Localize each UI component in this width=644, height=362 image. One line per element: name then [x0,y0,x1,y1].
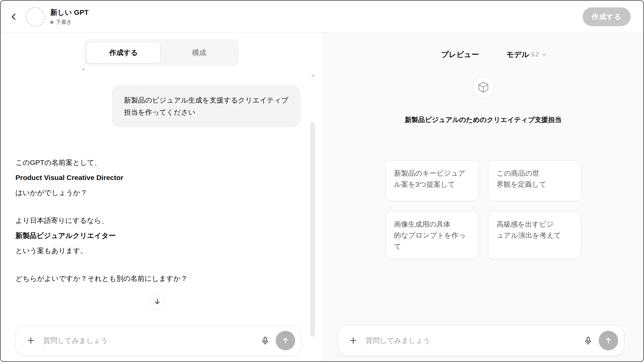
scrollbar-thumb[interactable] [310,122,315,337]
scrolled-message-fragment: 、 [82,65,91,71]
assistant-paragraph: どちらがよいですか？それとも別の名前にしますか？ [15,271,257,286]
model-label: モデル [506,50,529,60]
header: 新しい GPT 下書き 作成する [1,1,643,33]
draft-label: 下書き [56,19,72,26]
cube-icon [477,81,490,94]
arrow-up-icon [604,336,613,345]
starter-prompt-card[interactable]: この商品の世 界観を定義して [488,160,581,201]
preview-composer [338,325,624,356]
scrollbar-up-arrow[interactable] [311,73,316,77]
user-message-bubble: 新製品のビジュアル生成を支援するクリエイティブ 担当を作ってください [112,85,301,127]
builder-tabs: 作成する 構成 [84,39,239,66]
create-button[interactable]: 作成する [583,7,631,26]
builder-message-input[interactable] [43,337,259,345]
mic-button[interactable] [582,335,594,347]
mic-button[interactable] [259,335,271,347]
plus-icon [26,336,36,345]
preview-title: プレビュー [441,50,479,60]
plus-icon [348,336,358,345]
back-button[interactable] [8,11,20,23]
microphone-icon [584,336,593,345]
starter-prompt-card[interactable]: 画像生成用の具体 的なプロンプトを作って [385,211,479,259]
gpt-avatar-placeholder[interactable] [25,7,45,26]
starter-prompts: 新製品のキービジュア ル案を3つ提案して この商品の世 界観を定義して 画像生成… [385,160,581,259]
draft-status: 下書き [50,19,89,26]
assistant-paragraph: このGPTの名前案として、 Product Visual Creative Di… [15,155,257,200]
send-button[interactable] [276,331,295,350]
draft-dot-icon [50,21,53,24]
gpt-builder-window: 新しい GPT 下書き 作成する 作成する 構成 、 新製品のビジュアル生成を支… [0,0,644,362]
assistant-line-bold: 新製品ビジュアルクリエイター [15,228,257,243]
attach-button[interactable] [25,335,37,346]
gpt-description: 新製品ビジュアルのためのクリエイティブ支援担当 [323,115,643,124]
builder-composer [15,325,301,356]
starter-prompt-card[interactable]: 高級感を出すビジ ュアル演出を考えて [488,211,581,259]
builder-panel: 作成する 構成 、 新製品のビジュアル生成を支援するクリエイティブ 担当を作って… [1,33,323,361]
assistant-line: どちらがよいですか？それとも別の名前にしますか？ [15,271,257,286]
starter-prompt-card[interactable]: 新製品のキービジュア ル案を3つ提案して [385,160,479,201]
send-button[interactable] [599,331,618,350]
scroll-to-bottom-button[interactable] [150,294,165,309]
model-selector[interactable]: モデル 5.2 [506,50,547,60]
gpt-preview-avatar [473,76,494,98]
tab-configure[interactable]: 構成 [162,42,236,63]
preview-message-input[interactable] [366,337,582,345]
assistant-line: はいかがでしょうか？ [15,185,257,200]
assistant-line: という案もあります。 [15,243,257,258]
arrow-down-icon [153,298,161,306]
chevron-down-icon [541,52,547,58]
page-title: 新しい GPT [50,8,89,17]
microphone-icon [261,336,270,345]
main-area: 作成する 構成 、 新製品のビジュアル生成を支援するクリエイティブ 担当を作って… [1,33,643,361]
assistant-paragraph: より日本語寄りにするなら、 新製品ビジュアルクリエイター という案もあります。 [15,213,257,258]
assistant-line: このGPTの名前案として、 [15,155,257,170]
preview-header: プレビュー モデル 5.2 [334,50,643,60]
assistant-message: このGPTの名前案として、 Product Visual Creative Di… [15,155,257,299]
arrow-up-icon [281,336,290,345]
attach-button[interactable] [347,335,359,346]
model-version: 5.2 [531,52,539,58]
title-block: 新しい GPT 下書き [50,8,89,26]
assistant-line-bold: Product Visual Creative Director [15,170,257,185]
preview-panel: プレビュー モデル 5.2 新製品ビジュアルのためのクリエイティブ支援担当 新製… [323,33,643,361]
tab-create[interactable]: 作成する [87,42,161,63]
assistant-line: より日本語寄りにするなら、 [15,213,257,228]
chevron-left-icon [10,12,18,21]
